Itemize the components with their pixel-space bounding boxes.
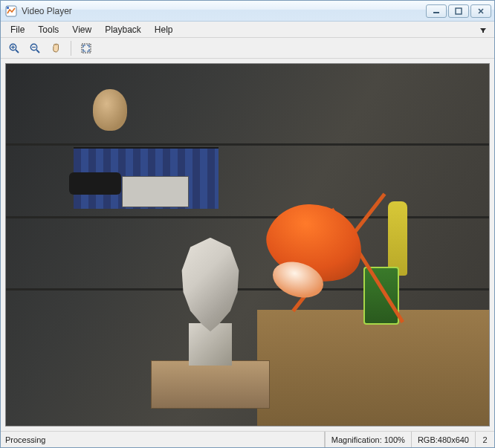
video-display[interactable] [5,63,490,426]
svg-rect-4 [482,31,484,33]
toolbar [1,38,494,59]
status-magnification: Magnification: 100% [325,432,411,447]
titlebar[interactable]: Video Player [1,1,494,22]
status-magnification-value: 100% [384,435,405,444]
menubar: File Tools View Playback Help [1,22,494,38]
window-controls [426,4,491,18]
content-area [1,59,494,431]
menu-view[interactable]: View [65,22,98,37]
app-icon [5,5,17,17]
menu-tools[interactable]: Tools [31,22,65,37]
minimize-button[interactable] [426,4,447,18]
toolbar-reveal-icon[interactable] [475,22,491,37]
video-frame-image [6,64,489,426]
svg-rect-3 [456,8,462,14]
close-button[interactable] [470,4,491,18]
menu-help[interactable]: Help [148,22,180,37]
svg-line-6 [16,50,19,53]
zoom-out-button[interactable] [26,40,44,56]
menu-file[interactable]: File [4,22,31,37]
status-magnification-label: Magnification: [331,435,382,444]
video-player-window: Video Player File Tools View Playback He… [0,0,495,448]
menu-playback[interactable]: Playback [98,22,148,37]
status-frame: 2 [475,432,494,447]
toolbar-separator [71,41,71,56]
status-format: RGB:480x640 [411,432,475,447]
zoom-in-button[interactable] [5,40,23,56]
svg-line-10 [36,50,39,53]
maximize-button[interactable] [448,4,469,18]
window-title: Video Player [22,6,426,16]
svg-rect-2 [433,12,439,13]
fit-to-window-button[interactable] [77,40,95,56]
svg-rect-1 [7,7,9,9]
pan-button[interactable] [47,40,65,56]
status-state: Processing [1,432,325,447]
statusbar: Processing Magnification: 100% RGB:480x6… [1,431,494,447]
